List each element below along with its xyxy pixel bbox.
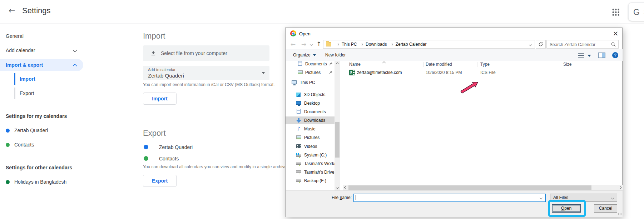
organize-label: Organize [293,53,311,58]
tree-item-backup-f[interactable]: Backup (F:) [286,177,335,185]
chevron-up-icon [73,64,77,68]
calendar-color-dot [6,180,10,184]
page-title: Settings [22,6,51,15]
nav-forward-icon[interactable]: → [301,41,306,48]
tree-item-documents-quick[interactable]: Documents [286,60,335,68]
column-header-date-modified[interactable]: Date modified [426,61,452,68]
preview-pane-icon[interactable] [598,53,605,58]
address-dropdown-chevron-icon[interactable] [529,43,532,46]
open-button-label: pen [564,206,571,211]
chevron-down-icon [73,48,77,53]
file-name-label: File name: [307,195,352,200]
resize-grip[interactable] [618,213,621,216]
column-header-type[interactable]: Type [480,61,490,68]
tree-label: Videos [304,143,317,150]
nav-up-icon[interactable]: ↑ [316,40,321,48]
tree-item-music[interactable]: ♪ Music [286,125,335,133]
help-icon[interactable]: ? [612,52,618,58]
column-header-size[interactable]: Size [563,61,571,68]
search-input[interactable] [549,41,608,48]
scroll-up-icon[interactable] [335,61,340,67]
file-date-modified: 10/6/2020 8:15 PM [426,68,462,77]
import-button[interactable]: Import [143,93,177,105]
google-apps-grid-icon[interactable] [612,8,619,16]
import-section-title: Import [143,31,165,41]
nav-back-icon[interactable]: ← [291,41,296,48]
tree-item-videos[interactable]: Videos [286,143,335,150]
sidebar-subitem-import[interactable]: Import [14,73,35,85]
export-button[interactable]: Export [143,175,177,187]
account-badge[interactable]: G S [628,3,644,21]
file-row-zertab-ics[interactable]: zertab@timetackle.com 10/6/2020 8:15 PM … [343,68,622,77]
tree-label: Tasmiah's Works [304,160,335,168]
documents-icon [297,109,301,114]
file-type-value: All Files [553,194,568,201]
chrome-icon [290,30,296,36]
cancel-button[interactable]: Cancel [594,204,617,213]
tree-item-documents[interactable]: Documents [286,108,335,116]
tree-item-system-c[interactable]: System (C:) [286,151,335,159]
new-folder-button[interactable]: New folder [325,49,346,61]
sidebar-calendar-contacts[interactable]: Contacts [14,140,34,149]
column-header-name[interactable]: Name [349,61,361,68]
calendar-color-dot [6,129,10,133]
tree-item-pictures[interactable]: Pictures [286,134,335,141]
column-separator[interactable] [477,62,477,67]
breadcrumb-downloads[interactable]: Downloads [366,42,387,47]
tree-item-tasmiahs-drive[interactable]: Tasmiah's Drive ( [286,168,335,176]
tree-item-3d-objects[interactable]: 3D Objects [286,91,335,99]
tree-item-pictures-quick[interactable]: Pictures [286,69,335,76]
tree-label: Downloads [304,116,325,124]
tree-item-downloads[interactable]: Downloads [286,116,335,124]
breadcrumb-zertab-calendar[interactable]: Zertab Calendar [396,42,427,47]
tree-item-this-pc[interactable]: This PC [286,79,335,86]
dialog-footer: File name: All Files Open Cancel [286,190,623,217]
tree-label: Documents [304,108,326,116]
address-bar[interactable]: This PC Downloads Zertab Calendar [323,40,535,49]
tree-label: This PC [300,79,315,86]
back-arrow-icon[interactable]: ← [9,6,15,15]
export-section-title: Export [143,129,166,138]
sidebar-item-import-export[interactable]: Import & export [0,59,83,71]
tree-item-tasmiahs-works[interactable]: Tasmiah's Works [286,160,335,168]
upload-icon [150,50,157,56]
file-type-select[interactable]: All Files [550,194,617,202]
tree-item-desktop[interactable]: Desktop [286,99,335,107]
select-file-button[interactable]: Select file from your computer [143,45,269,61]
horizontal-scrollbar-thumb[interactable] [348,185,591,190]
search-box [546,40,619,49]
scroll-down-icon[interactable] [335,185,340,190]
column-separator[interactable] [561,62,561,67]
breadcrumb-this-pc[interactable]: This PC [342,42,357,47]
column-separator[interactable] [423,62,424,67]
sidebar-item-add-calendar[interactable]: Add calendar [6,46,35,55]
file-name-input[interactable] [353,194,546,202]
tree-scrollbar-thumb[interactable] [335,122,340,158]
close-icon[interactable]: × [609,28,622,38]
computer-icon [292,80,297,84]
open-button[interactable]: Open [552,204,581,213]
scroll-left-icon[interactable] [344,186,347,189]
excel-file-icon [349,70,355,75]
file-name-dropdown-chevron-icon[interactable] [540,196,543,199]
file-list-horizontal-scrollbar[interactable] [343,185,623,190]
sidebar-item-general[interactable]: General [6,31,24,41]
3d-objects-icon [296,93,301,97]
organize-menu[interactable]: Organize [293,49,316,61]
refresh-button[interactable] [536,40,546,49]
tree-label: Documents [305,60,327,68]
sidebar-calendar-holidays[interactable]: Holidays in Bangladesh [14,177,66,186]
sidebar-subitem-export[interactable]: Export [14,88,34,99]
add-to-calendar-dropdown[interactable]: Add to calendar Zertab Quaderi [143,66,269,80]
view-list-icon[interactable] [578,53,584,58]
screen: { "topbar": { "title": "Settings", "acco… [0,0,644,219]
scroll-right-icon[interactable] [619,186,621,189]
open-button-accel: O [561,206,564,211]
tree-label: Pictures [305,69,321,76]
music-icon: ♪ [296,126,302,132]
sidebar-calendar-zertab[interactable]: Zertab Quaderi [14,126,48,135]
view-options-caret-icon[interactable] [588,55,591,57]
refresh-icon [538,42,543,47]
nav-history-chevron-icon[interactable] [310,43,313,46]
import-note: You can import event information in iCal… [143,82,274,87]
